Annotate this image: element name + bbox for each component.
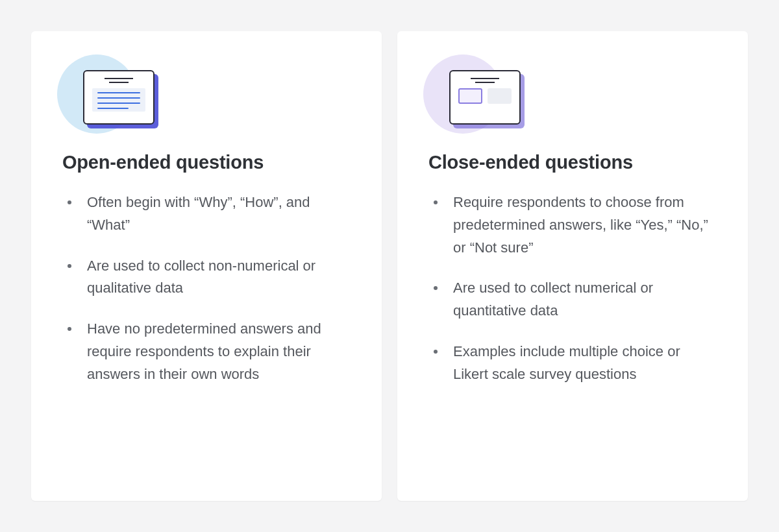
list-item: Often begin with “Why”, “How”, and “What…: [65, 191, 351, 237]
comparison-page: Open-ended questions Often begin with “W…: [0, 0, 779, 532]
close-ended-icon: [426, 57, 517, 135]
list-item: Have no predetermined answers and requir…: [65, 318, 351, 385]
card-title: Close-ended questions: [428, 152, 717, 173]
list-item: Are used to collect non-numerical or qua…: [65, 255, 351, 300]
list-item: Examples include multiple choice or Like…: [431, 341, 717, 386]
list-item: Are used to collect numerical or quantit…: [431, 277, 717, 322]
list-item: Require respondents to choose from prede…: [431, 191, 717, 259]
card-open-ended: Open-ended questions Often begin with “W…: [31, 31, 382, 501]
card-close-ended: Close-ended questions Require respondent…: [397, 31, 748, 501]
open-ended-icon: [60, 57, 151, 135]
close-ended-points-list: Require respondents to choose from prede…: [428, 191, 717, 385]
card-title: Open-ended questions: [62, 152, 351, 173]
open-ended-points-list: Often begin with “Why”, “How”, and “What…: [62, 191, 351, 385]
